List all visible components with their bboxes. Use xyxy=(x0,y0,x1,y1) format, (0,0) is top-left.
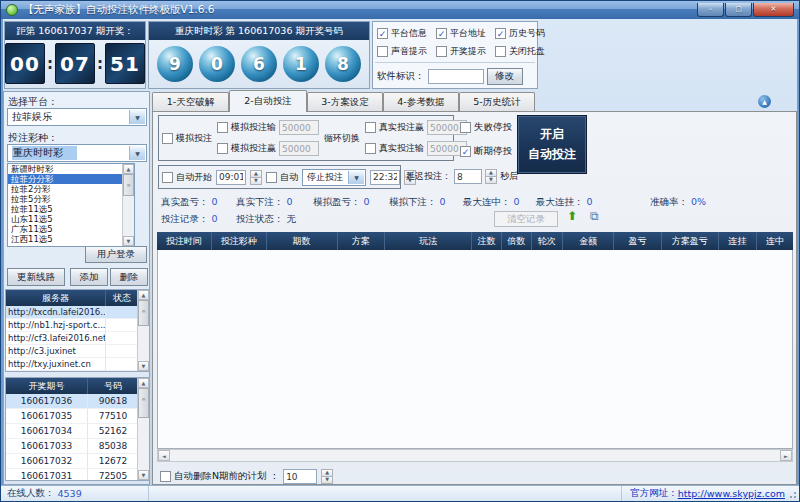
spinner-down-icon[interactable]: ▼ xyxy=(321,476,333,484)
checkbox-box[interactable]: ✓ xyxy=(460,146,471,157)
tab-reference-data[interactable]: 4-参考数据 xyxy=(383,92,459,111)
modify-button[interactable]: 修改 xyxy=(487,68,523,85)
checkbox-break-stop[interactable]: ✓ 断期停投 xyxy=(460,145,512,158)
maximize-button[interactable]: ▢ xyxy=(725,3,752,17)
checkbox-auto-stop[interactable]: 自动 xyxy=(266,171,298,184)
start-auto-bet-button[interactable]: 开启 自动投注 xyxy=(517,115,587,174)
scroll-right-icon[interactable]: ► xyxy=(780,450,792,461)
checkbox-box[interactable] xyxy=(162,133,173,144)
auto-delete-stepper[interactable]: ▲▼ xyxy=(321,469,333,484)
server-table-scrollbar[interactable]: ▲ ≡ ▼ xyxy=(137,290,149,371)
checkbox-box[interactable]: ✓ xyxy=(436,28,447,39)
software-id-input[interactable] xyxy=(428,69,484,84)
scroll-left-icon[interactable]: ◄ xyxy=(158,450,170,461)
export-icon[interactable]: ⬆ xyxy=(567,210,577,222)
spinner-up-icon[interactable]: ▲ xyxy=(485,169,497,176)
dropdown-item[interactable]: 拉菲5分彩 xyxy=(8,194,122,204)
scrollbar-thumb[interactable]: ≡ xyxy=(138,300,149,326)
update-lines-button[interactable]: 更新线路 xyxy=(7,268,65,286)
checkbox-fail-stop[interactable]: 失败停投 xyxy=(460,121,512,134)
stop-action-select[interactable]: 停止投注 ▼ xyxy=(302,169,366,186)
chevron-down-icon[interactable]: ▼ xyxy=(129,110,145,124)
checkbox-real-win[interactable]: 真实投注赢 xyxy=(365,120,467,135)
scroll-down-icon[interactable]: ▼ xyxy=(138,470,149,480)
draw-history-row[interactable]: 160617032 12672 xyxy=(6,454,149,469)
draw-history-row[interactable]: 160617031 72505 xyxy=(6,469,149,481)
scroll-up-icon[interactable]: ▲ xyxy=(138,290,149,300)
checkbox-box[interactable]: ✓ xyxy=(377,28,388,39)
server-row[interactable]: http://txcdn.lafei2016.... xyxy=(6,306,149,319)
sim-lose-amount-input[interactable] xyxy=(279,120,319,135)
delete-button[interactable]: 删除 xyxy=(110,268,148,286)
server-row[interactable]: http://cf3.lafei2016.net xyxy=(6,332,149,345)
checkbox-box[interactable] xyxy=(365,122,376,133)
checkbox-box[interactable] xyxy=(460,122,471,133)
checkbox-box[interactable] xyxy=(495,46,506,57)
close-button[interactable]: ✕ xyxy=(753,3,794,17)
checkbox-box[interactable] xyxy=(160,471,171,482)
checkbox-auto-delete[interactable]: 自动删除N期前的计划 ： xyxy=(160,470,279,483)
auto-start-time-input[interactable] xyxy=(216,170,246,185)
scrollbar-track[interactable] xyxy=(123,196,134,236)
checkbox-platform-address[interactable]: ✓ 平台地址 xyxy=(436,27,486,40)
scrollbar-thumb[interactable]: ≡ xyxy=(138,388,149,418)
lottery-select[interactable]: 重庆时时彩 ▼ xyxy=(7,144,147,162)
draw-history-scrollbar[interactable]: ▲ ≡ ▼ xyxy=(137,378,149,480)
checkbox-auto-start[interactable]: 自动开始 xyxy=(162,171,212,184)
delay-seconds-input[interactable] xyxy=(454,169,482,184)
scroll-up-icon[interactable]: ▲ xyxy=(138,378,149,388)
checkbox-history-numbers[interactable]: ✓ 历史号码 xyxy=(495,27,545,40)
checkbox-box[interactable] xyxy=(217,122,228,133)
draw-history-row[interactable]: 160617033 85038 xyxy=(6,439,149,454)
copy-icon[interactable]: ⧉ xyxy=(590,210,599,222)
spinner-down-icon[interactable]: ▼ xyxy=(485,176,497,184)
dropdown-item[interactable]: 拉菲2分彩 xyxy=(8,184,122,194)
checkbox-box[interactable] xyxy=(217,143,228,154)
dropdown-scrollbar[interactable]: ▲ ≡ ▼ xyxy=(122,164,134,246)
tab-history-stats[interactable]: 5-历史统计 xyxy=(459,92,535,111)
bet-table-hscrollbar[interactable]: ◄ ► xyxy=(157,449,793,462)
spinner-up-icon[interactable]: ▲ xyxy=(250,170,262,177)
auto-stop-time-input[interactable] xyxy=(370,170,400,185)
server-row[interactable]: http://txy.juxinet.cn xyxy=(6,358,149,371)
server-row[interactable]: http://nb1.hzj-sport.c... xyxy=(6,319,149,332)
checkbox-sim-lose[interactable]: 模拟投注输 xyxy=(217,120,319,135)
checkbox-box[interactable] xyxy=(266,172,277,183)
scrollbar-track[interactable] xyxy=(170,450,780,461)
dropdown-item[interactable]: 新疆时时彩 xyxy=(8,164,122,174)
checkbox-box[interactable] xyxy=(162,172,173,183)
checkbox-draw-alert[interactable]: 开奖提示 xyxy=(436,45,486,58)
scroll-down-icon[interactable]: ▼ xyxy=(138,361,149,371)
draw-history-row[interactable]: 160617035 77510 xyxy=(6,409,149,424)
scroll-down-icon[interactable]: ▼ xyxy=(123,236,134,246)
scrollbar-thumb[interactable]: ≡ xyxy=(123,174,134,196)
chevron-down-icon[interactable]: ▼ xyxy=(129,146,145,160)
checkbox-real-lose[interactable]: 真实投注输 xyxy=(365,141,467,156)
platform-select[interactable]: 拉菲娱乐 ▼ xyxy=(7,108,147,126)
checkbox-sim-bet[interactable]: 模拟投注 xyxy=(162,132,212,145)
minimize-button[interactable]: – xyxy=(697,3,724,17)
tab-plan-setting[interactable]: 3-方案设定 xyxy=(307,92,383,111)
sim-win-amount-input[interactable] xyxy=(279,141,319,156)
dropdown-item[interactable]: 山东11选5 xyxy=(8,214,122,224)
chevron-down-icon[interactable]: ▼ xyxy=(348,171,364,184)
checkbox-box[interactable] xyxy=(436,46,447,57)
scrollbar-track[interactable] xyxy=(138,418,149,470)
checkbox-platform-info[interactable]: ✓ 平台信息 xyxy=(377,27,427,40)
time-stepper[interactable]: ▲▼ xyxy=(250,170,262,185)
checkbox-box[interactable] xyxy=(365,143,376,154)
user-login-button[interactable]: 用户登录 xyxy=(85,246,147,263)
delay-stepper[interactable]: ▲▼ xyxy=(485,169,497,184)
dropdown-item[interactable]: 拉菲11选5 xyxy=(8,204,122,214)
checkbox-sim-win[interactable]: 模拟投注赢 xyxy=(217,141,319,156)
dropdown-item-selected[interactable]: 拉菲分分彩 xyxy=(8,174,122,184)
clear-records-button[interactable]: 清空记录 xyxy=(494,211,558,227)
checkbox-box[interactable] xyxy=(377,46,388,57)
checkbox-close-tray[interactable]: 关闭托盘 xyxy=(495,45,545,58)
dropdown-item[interactable]: 江西11选5 xyxy=(8,234,122,244)
draw-history-row[interactable]: 160617036 90618 xyxy=(6,394,149,409)
tab-auto-bet[interactable]: 2-自动投注 xyxy=(229,90,307,112)
add-button[interactable]: 添加 xyxy=(70,268,108,286)
checkbox-sound-alert[interactable]: 声音提示 xyxy=(377,45,427,58)
tab-sky-crack[interactable]: 1-天空破解 xyxy=(152,92,229,111)
